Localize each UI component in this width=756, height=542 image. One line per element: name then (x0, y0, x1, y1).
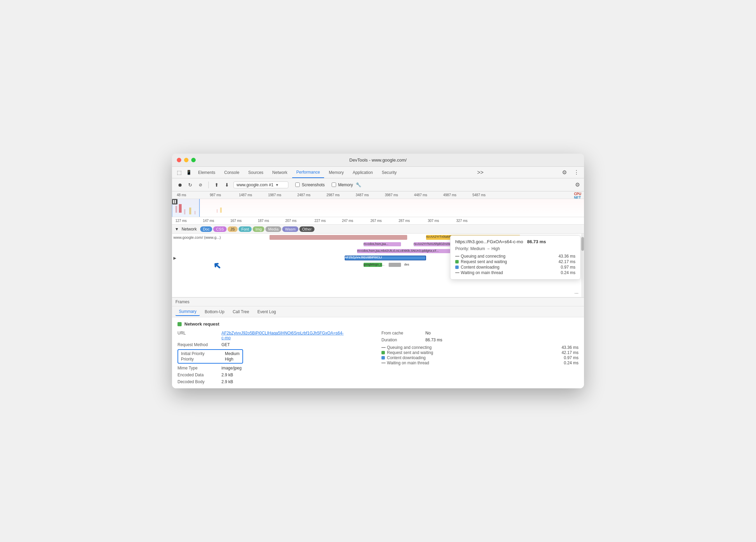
cache-key: From cache (381, 331, 423, 335)
tooltip-row-2: Content downloading 0.97 ms (455, 265, 575, 270)
filter-wasm[interactable]: Wasm (282, 226, 298, 232)
timeline-graph[interactable] (172, 199, 584, 217)
filter-css[interactable]: CSS (213, 226, 227, 232)
timing-icon-2 (455, 266, 459, 269)
timeline-overview[interactable]: 48 ms 987 ms 1487 ms 1987 ms 2487 ms 298… (172, 191, 584, 217)
priority-row-inner: Priority High (181, 357, 240, 362)
tab-event-log[interactable]: Event Log (254, 308, 279, 316)
frames-bar: Frames (172, 297, 584, 306)
net-ruler-9: 307 ms (428, 219, 439, 223)
initial-priority-value: Medium (225, 351, 240, 356)
blue-arrow-left: ➜ (210, 259, 224, 273)
detail-url-row: URL AF2bZyivvJ92o5BiPi0CLIHaqa5IHNOi6Srp… (177, 331, 375, 340)
net-ruler-4: 207 ms (285, 219, 297, 223)
url-key: URL (177, 331, 219, 335)
tab-bottom-up[interactable]: Bottom-Up (201, 308, 228, 316)
url-selector-text: www.google.com #1 (237, 182, 273, 187)
dur-row-1: Request sent and waiting 42.17 ms (381, 350, 579, 355)
net-ruler-7: 267 ms (370, 219, 382, 223)
priority-key: Priority (181, 357, 222, 362)
scrollbar-thumb[interactable] (581, 237, 584, 251)
tab-memory[interactable]: Memory (325, 167, 348, 178)
tab-sources[interactable]: Sources (244, 167, 267, 178)
frames-label: Frames (175, 299, 190, 304)
timing-icon-0 (455, 256, 459, 257)
row-4-label: ▶ (173, 256, 270, 260)
detail-right: From cache No Duration 86.73 ms Queuing … (381, 331, 579, 384)
initial-priority-row: Initial Priority Medium (181, 351, 240, 356)
tab-performance[interactable]: Performance (292, 167, 324, 178)
net-ruler-3: 187 ms (258, 219, 269, 223)
dur-icon-2 (381, 356, 385, 360)
bottom-tabs: Summary Bottom-Up Call Tree Event Log (172, 306, 584, 317)
encoded-key: Encoded Data (177, 373, 219, 377)
maximize-button[interactable] (191, 158, 196, 162)
clear-button[interactable]: ⊘ (197, 181, 204, 189)
screenshots-checkbox[interactable] (295, 182, 300, 187)
net-ruler-10: 327 ms (456, 219, 468, 223)
url-value[interactable]: AF2bZyivvJ92o5BiPi0CLIHaqa5IHNOi6SrpLrbf… (221, 331, 344, 340)
more-tabs-button[interactable]: >> (474, 169, 486, 176)
upload-button[interactable]: ⬆ (213, 181, 220, 189)
devtools-settings-icon[interactable]: ⚙ (560, 169, 569, 176)
dur-icon-3 (381, 363, 386, 363)
tooltip-title: https://lh3.goo...FGxOA=s64-c-mo 86.73 m… (455, 239, 575, 244)
window-title: DevTools - www.google.com/ (350, 157, 407, 163)
inspect-icon[interactable]: ⬚ (175, 168, 184, 177)
tab-summary[interactable]: Summary (175, 308, 200, 316)
filter-font[interactable]: Font (239, 226, 252, 232)
tab-application[interactable]: Application (348, 167, 377, 178)
svg-rect-11 (173, 200, 174, 203)
net-ruler-0: 127 ms (175, 219, 187, 223)
close-button[interactable] (177, 158, 181, 162)
method-value: GET (221, 342, 230, 347)
tab-call-tree[interactable]: Call Tree (229, 308, 253, 316)
ruler-label-9: 4987 ms (443, 193, 456, 197)
capture-icon[interactable]: 🔧 (356, 182, 361, 187)
minimize-button[interactable] (184, 158, 188, 162)
detail-heading: Network request (177, 321, 579, 327)
net-ruler-1: 147 ms (203, 219, 214, 223)
detail-encoded-row: Encoded Data 2.9 kB (177, 373, 375, 377)
tab-security[interactable]: Security (378, 167, 401, 178)
tab-console[interactable]: Console (220, 167, 243, 178)
decoded-value: 2.9 kB (221, 379, 233, 384)
devtools-menu-icon[interactable]: ⋮ (572, 169, 581, 176)
reload-button[interactable]: ↻ (186, 181, 194, 189)
ruler-label-6: 3487 ms (356, 193, 369, 197)
tab-network[interactable]: Network (268, 167, 291, 178)
filter-js[interactable]: JS (228, 226, 238, 232)
ruler-label-3: 1987 ms (268, 193, 281, 197)
traffic-lights (177, 158, 196, 162)
more-options-icon[interactable]: ··· (574, 290, 579, 296)
controls-bar: ⏺ ↻ ⊘ ⬆ ⬇ www.google.com #1 ▾ Screenshot… (172, 178, 584, 191)
filter-other[interactable]: Other (299, 226, 314, 232)
dur-row-0: Queuing and connecting 43.36 ms (381, 345, 579, 350)
performance-settings-icon[interactable]: ⚙ (575, 181, 580, 188)
device-icon[interactable]: 📱 (184, 168, 193, 177)
ruler-label-10: 5487 ms (472, 193, 485, 197)
duration-key: Duration (381, 338, 423, 342)
filter-doc[interactable]: Doc (200, 226, 213, 232)
record-button[interactable]: ⏺ (176, 181, 184, 189)
memory-checkbox[interactable] (332, 182, 336, 187)
timing-icon-3 (455, 272, 459, 273)
download-button[interactable]: ⬇ (223, 181, 231, 189)
tab-elements[interactable]: Elements (194, 167, 219, 178)
screenshots-label[interactable]: Screenshots (302, 182, 325, 187)
bar-gray-5 (389, 263, 401, 267)
detail-mime-row: Mime Type image/jpeg (177, 366, 375, 370)
memory-checkbox-group: Memory (332, 182, 353, 187)
ruler-label-7: 3987 ms (385, 193, 398, 197)
filter-media[interactable]: Media (265, 226, 281, 232)
detail-decoded-row: Decoded Body 2.9 kB (177, 379, 375, 384)
url-selector[interactable]: www.google.com #1 ▾ (233, 181, 288, 188)
filter-img[interactable]: Img (253, 226, 264, 232)
priority-value: High (225, 357, 233, 362)
memory-label[interactable]: Memory (338, 182, 353, 187)
method-key: Request Method (177, 342, 219, 347)
encoded-value: 2.9 kB (221, 373, 233, 377)
net-ruler-8: 287 ms (399, 219, 410, 223)
ruler-label-8: 4487 ms (414, 193, 427, 197)
scrollbar[interactable] (581, 234, 584, 297)
